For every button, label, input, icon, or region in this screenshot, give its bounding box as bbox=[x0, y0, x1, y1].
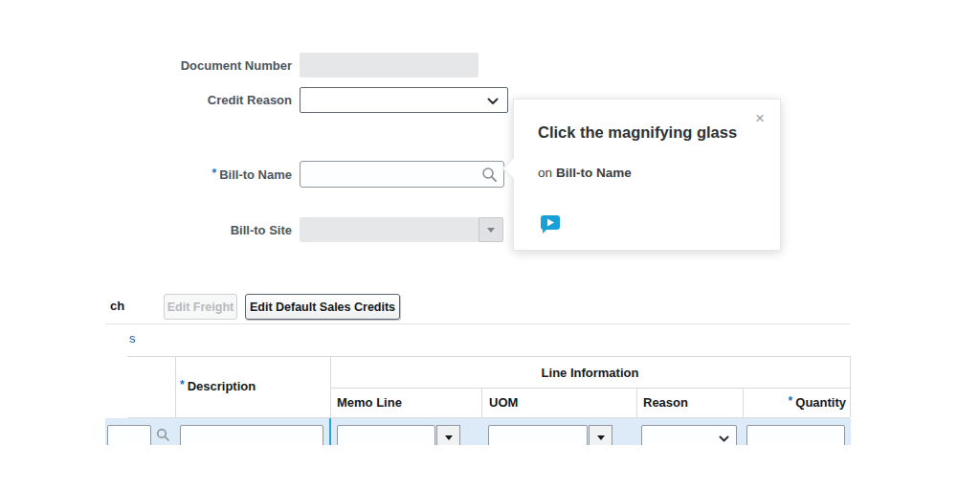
row-item-input[interactable] bbox=[107, 425, 151, 445]
triangle-down-icon bbox=[487, 228, 495, 233]
active-cell-divider bbox=[329, 418, 331, 445]
table-top-border bbox=[127, 356, 850, 357]
triangle-down-icon bbox=[597, 435, 605, 440]
close-icon[interactable]: × bbox=[755, 110, 765, 126]
document-number-field bbox=[300, 53, 479, 78]
search-icon[interactable] bbox=[156, 428, 170, 445]
description-column-header: *Description bbox=[180, 379, 256, 393]
row-uom-input[interactable] bbox=[488, 425, 588, 445]
truncated-section-link[interactable]: s bbox=[129, 331, 136, 345]
row-quantity-input[interactable] bbox=[746, 425, 845, 445]
edit-default-sales-credits-button[interactable]: Edit Default Sales Credits bbox=[245, 294, 400, 320]
truncated-action-text[interactable]: ch bbox=[110, 299, 124, 313]
memo-line-column-header: Memo Line bbox=[337, 395, 402, 410]
quantity-column-header: *Quantity bbox=[743, 395, 846, 410]
search-icon[interactable] bbox=[481, 167, 498, 187]
line-information-group-header: Line Information bbox=[330, 366, 850, 380]
guided-tour-tooltip: × Click the magnifying glass onBill-to N… bbox=[513, 99, 781, 251]
chevron-down-icon bbox=[487, 92, 499, 109]
bill-to-site-dropdown-button bbox=[479, 217, 503, 242]
column-border bbox=[175, 356, 176, 417]
bill-to-name-label: *Bill-to Name bbox=[81, 167, 292, 182]
tooltip-title: Click the magnifying glass bbox=[538, 123, 737, 142]
bill-to-site-label: Bill-to Site bbox=[81, 223, 292, 237]
credit-reason-select[interactable] bbox=[300, 87, 508, 113]
group-header-underline bbox=[330, 388, 850, 389]
video-chat-bubble-icon[interactable] bbox=[540, 214, 561, 238]
triangle-down-icon bbox=[445, 435, 453, 440]
document-number-label: Document Number bbox=[81, 58, 292, 73]
memo-line-lov-button[interactable] bbox=[436, 425, 460, 445]
row-reason-select[interactable] bbox=[641, 425, 737, 445]
column-border bbox=[636, 388, 637, 417]
tooltip-arrow bbox=[502, 158, 524, 180]
chevron-down-icon bbox=[719, 429, 729, 445]
row-memo-line-input[interactable] bbox=[337, 425, 435, 445]
uom-lov-button[interactable] bbox=[589, 425, 612, 445]
required-marker: * bbox=[212, 167, 216, 180]
bill-to-site-field bbox=[300, 217, 479, 242]
credit-memo-form-screen: Document Number Credit Reason *Bill-to N… bbox=[0, 0, 980, 490]
required-marker: * bbox=[180, 378, 185, 391]
table-right-border bbox=[850, 356, 851, 417]
uom-column-header: UOM bbox=[489, 395, 518, 410]
reason-column-header: Reason bbox=[643, 395, 688, 410]
bill-to-name-input[interactable] bbox=[300, 161, 504, 188]
credit-reason-label: Credit Reason bbox=[81, 93, 292, 107]
lines-table: Line Information *Description Memo Line … bbox=[0, 355, 980, 445]
required-marker: * bbox=[789, 394, 793, 408]
tooltip-body: onBill-to Name bbox=[538, 166, 632, 180]
row-description-input[interactable] bbox=[180, 425, 323, 445]
edit-freight-button[interactable]: Edit Freight bbox=[164, 294, 237, 320]
column-border bbox=[481, 388, 482, 417]
section-separator bbox=[105, 323, 850, 324]
